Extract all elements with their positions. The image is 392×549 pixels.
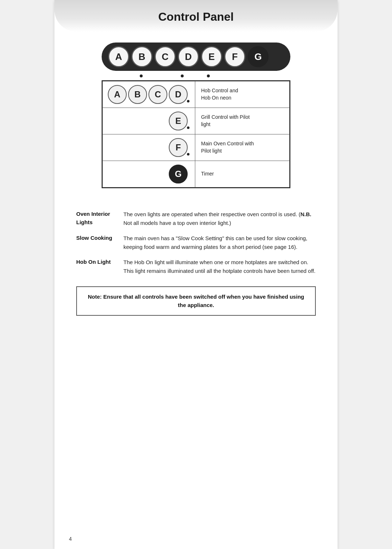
- table-row-abcd: A B C D Hob Control andHob On neon: [103, 81, 290, 108]
- table-knob-c: C: [148, 85, 167, 104]
- page-header: Control Panel: [54, 0, 338, 32]
- knob-F: F: [224, 46, 245, 67]
- info-section: Oven InteriorLights The oven lights are …: [76, 210, 316, 275]
- table-row-e: E Grill Control with Pilotlight: [103, 108, 290, 134]
- label-abcd: Hob Control andHob On neon: [195, 81, 290, 108]
- knob-B: B: [131, 46, 152, 67]
- table-knob-a: A: [108, 85, 127, 104]
- note-box: Note: Ensure that all controls have been…: [76, 286, 316, 316]
- diagram-section: A B C D E F G A B: [76, 43, 316, 199]
- top-knob-row: A B C D E F G: [102, 43, 290, 71]
- table-knob-b: B: [128, 85, 147, 104]
- table-row-g: G Timer: [103, 161, 290, 187]
- table-knob-e: E: [169, 112, 188, 130]
- info-label-slow-cooking: Slow Cooking: [76, 234, 123, 242]
- table-knob-d: D: [169, 85, 188, 104]
- info-row-oven-lights: Oven InteriorLights The oven lights are …: [76, 210, 316, 227]
- info-label-hob-on-light: Hob On Light: [76, 258, 123, 266]
- label-e: Grill Control with Pilotlight: [195, 108, 290, 134]
- info-row-slow-cooking: Slow Cooking The main oven has a "Slow C…: [76, 234, 316, 251]
- table-knob-f: F: [169, 138, 188, 157]
- label-f: Main Oven Control withPilot light: [195, 134, 290, 161]
- info-text-hob-on-light: The Hob On light will illuminate when on…: [123, 258, 316, 275]
- info-text-slow-cooking: The main oven has a "Slow Cook Setting" …: [123, 234, 316, 251]
- info-row-hob-on-light: Hob On Light The Hob On light will illum…: [76, 258, 316, 275]
- knob-A: A: [108, 46, 129, 67]
- page: Control Panel A B C D E F G: [54, 0, 338, 549]
- page-number: 4: [69, 536, 72, 542]
- table-knob-g: G: [169, 165, 188, 183]
- note-text: Note: Ensure that all controls have been…: [88, 294, 304, 308]
- info-text-oven-lights: The oven lights are operated when their …: [123, 210, 316, 227]
- knob-G: G: [248, 46, 269, 67]
- label-g: Timer: [195, 161, 290, 187]
- info-label-oven-lights: Oven InteriorLights: [76, 210, 123, 226]
- knob-E: E: [201, 46, 222, 67]
- control-table: A B C D Hob Control andHob On neon: [102, 80, 290, 188]
- knob-D: D: [178, 46, 199, 67]
- knob-C: C: [155, 46, 176, 67]
- page-title: Control Panel: [76, 10, 316, 24]
- table-row-f: F Main Oven Control withPilot light: [103, 134, 290, 161]
